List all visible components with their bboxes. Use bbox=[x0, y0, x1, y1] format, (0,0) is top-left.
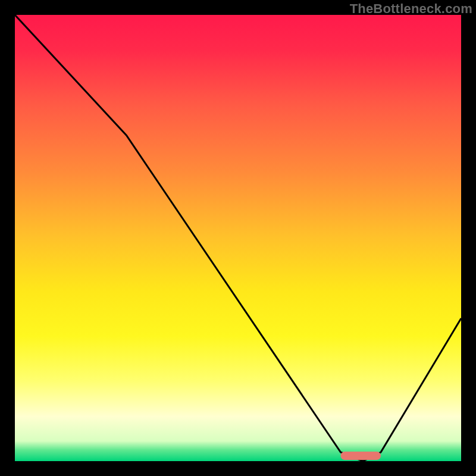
chart-frame: TheBottleneck.com bbox=[0, 0, 476, 476]
chart-svg bbox=[15, 15, 461, 461]
optimal-zone-marker bbox=[341, 452, 381, 460]
gradient-background bbox=[15, 15, 461, 461]
plot-area bbox=[15, 15, 461, 461]
